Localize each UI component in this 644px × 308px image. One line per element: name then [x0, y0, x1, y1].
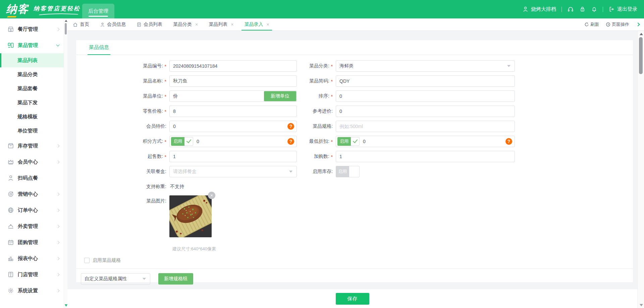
meal-box-select[interactable]: 请选择餐盒 — [169, 166, 297, 177]
tab-member-info[interactable]: 会员信息 — [95, 18, 131, 30]
retail-price-input-field[interactable] — [170, 106, 297, 117]
dish-code-input[interactable] — [169, 60, 297, 72]
tab-dish-list[interactable]: 菜品列表 × — [203, 18, 239, 30]
enable-spec-row: 启用菜品规格 — [76, 254, 633, 266]
toggle-blank[interactable] — [349, 166, 360, 177]
remove-image-button[interactable]: × — [208, 192, 215, 199]
sidebar-item-report-center[interactable]: 报表中心 — [0, 250, 64, 266]
min-discount-input[interactable]: 启用 0 ? — [336, 136, 515, 147]
chevron-right-icon — [56, 160, 60, 164]
dish-spec-input-field[interactable] — [336, 121, 515, 132]
lock-icon[interactable] — [579, 6, 586, 12]
required-star: * — [165, 79, 166, 84]
toggle-on-label[interactable]: 启用 — [337, 137, 351, 146]
dish-image[interactable]: × — [169, 195, 212, 237]
main-scrollbar[interactable] — [637, 31, 644, 308]
sidebar-item-dish-list[interactable]: 菜品列表 — [0, 53, 64, 67]
close-icon: × — [210, 193, 213, 198]
tab-home[interactable]: 首页 — [67, 18, 95, 30]
close-icon[interactable]: × — [231, 22, 233, 27]
sidebar-scrollbar[interactable] — [64, 18, 67, 308]
member-price-input[interactable]: ? — [169, 121, 297, 132]
sidebar-item-groupbuy-management[interactable]: 团购管理 — [0, 234, 64, 250]
add-unit-button[interactable]: 新增单位 — [264, 91, 296, 101]
add-spec-group-button[interactable]: 新增规格组 — [158, 273, 193, 285]
short-code-input[interactable] — [336, 75, 515, 87]
spec-attribute-select[interactable]: 自定义菜品规格属性 — [81, 273, 150, 285]
member-price-input-field[interactable] — [170, 121, 297, 132]
dish-code-input-field[interactable] — [170, 61, 297, 71]
retail-price-input[interactable] — [169, 106, 297, 117]
tab-dish-entry[interactable]: 菜品录入 × — [239, 18, 274, 30]
nav-tab-backoffice[interactable]: 后台管理 — [82, 4, 114, 18]
sidebar-item-dish-category[interactable]: 菜品分类 — [0, 67, 64, 81]
refresh-button[interactable]: 刷新 — [584, 21, 599, 27]
toggle-off-label[interactable]: 启用 — [336, 166, 349, 177]
sidebar-item-system-settings[interactable]: 系统设置 — [0, 283, 64, 299]
toggle-on-label[interactable]: 启用 — [171, 137, 184, 146]
min-sale-input[interactable] — [169, 151, 297, 162]
reference-price-input[interactable] — [336, 106, 515, 117]
scrollbar-thumb[interactable] — [639, 37, 643, 74]
help-icon[interactable]: ? — [287, 123, 294, 130]
close-icon[interactable]: × — [266, 22, 269, 27]
sidebar-item-marketing-center[interactable]: 营销中心 — [0, 186, 64, 202]
sidebar-item-dish-combo[interactable]: 菜品套餐 — [0, 81, 64, 96]
sidebar-item-dish-dispatch[interactable]: 菜品下发 — [0, 96, 64, 110]
tab-dish-category[interactable]: 菜品分类 × — [168, 18, 203, 30]
help-icon[interactable]: ? — [505, 138, 512, 145]
scroll-down-arrow[interactable] — [65, 304, 67, 307]
page-operations-button[interactable]: 页面操作 — [606, 21, 629, 27]
min-discount-toggle[interactable]: 启用 — [337, 137, 360, 146]
sidebar-item-takeout-management[interactable]: 外卖管理 — [0, 218, 64, 234]
headset-icon[interactable] — [567, 6, 574, 13]
logout-button[interactable]: 退出登录 — [608, 6, 637, 12]
sidebar-item-unit-management[interactable]: 单位管理 — [0, 124, 64, 138]
min-sale-input-field[interactable] — [170, 151, 297, 162]
sidebar-item-inventory-management[interactable]: 库存管理 — [0, 138, 64, 154]
dish-spec-input[interactable] — [336, 121, 515, 132]
scroll-up-arrow[interactable] — [640, 33, 643, 35]
sort-input-field[interactable] — [336, 91, 515, 102]
sidebar-item-restaurant-management[interactable]: 餐厅管理 — [0, 21, 64, 37]
tab-dish-info[interactable]: 菜品信息 — [88, 44, 110, 55]
sidebar-item-dish-management[interactable]: 菜品管理 — [0, 37, 64, 53]
add-purchase-input-field[interactable] — [336, 151, 515, 162]
min-discount-label: 最低折扣: — [309, 138, 329, 144]
bell-icon[interactable] — [591, 6, 597, 12]
close-icon[interactable]: × — [195, 22, 198, 27]
stock-toggle[interactable]: 启用 — [336, 166, 360, 177]
points-mode-input[interactable]: 启用 0 ? — [169, 136, 297, 147]
sidebar-item-scan-order[interactable]: 扫码点餐 — [0, 170, 64, 186]
tab-member-list[interactable]: 会员列表 — [131, 18, 168, 30]
enable-spec-checkbox[interactable] — [84, 258, 90, 263]
dish-name-input-field[interactable] — [170, 76, 297, 86]
sidebar-item-member-center[interactable]: 会员中心 — [0, 154, 64, 170]
sidebar-item-store-management[interactable]: 门店管理 — [0, 266, 64, 283]
reference-price-input-field[interactable] — [336, 106, 515, 117]
tab-label: 菜品录入 — [244, 21, 263, 27]
toggle-check[interactable] — [184, 137, 193, 146]
scroll-up-arrow[interactable] — [65, 20, 67, 22]
sidebar-item-spec-template[interactable]: 规格模板 — [0, 110, 64, 124]
scroll-down-arrow[interactable] — [640, 304, 643, 306]
short-code-input-field[interactable] — [336, 76, 515, 86]
required-star: * — [165, 64, 166, 69]
logout-label: 退出登录 — [617, 6, 637, 12]
points-mode-toggle[interactable]: 启用 — [171, 137, 193, 146]
dish-unit-input[interactable]: 新增单位 — [169, 90, 297, 102]
dish-name-input[interactable] — [169, 75, 297, 87]
sort-input[interactable] — [336, 90, 515, 102]
toggle-check[interactable] — [351, 137, 360, 146]
dish-code-label: 菜品编号: — [143, 63, 163, 69]
save-button[interactable]: 保存 — [336, 293, 369, 305]
sidebar-item-order-center[interactable]: 订单中心 — [0, 202, 64, 218]
add-purchase-input[interactable] — [336, 151, 515, 162]
chevron-right-icon[interactable] — [636, 22, 640, 26]
refresh-icon — [584, 22, 589, 27]
help-icon[interactable]: ? — [287, 138, 294, 145]
scrollbar-thumb[interactable] — [65, 23, 67, 35]
dish-category-select[interactable]: 海鲜类 — [336, 60, 515, 72]
current-user[interactable]: 烧烤大排档 — [522, 6, 556, 12]
list-icon — [137, 22, 142, 27]
